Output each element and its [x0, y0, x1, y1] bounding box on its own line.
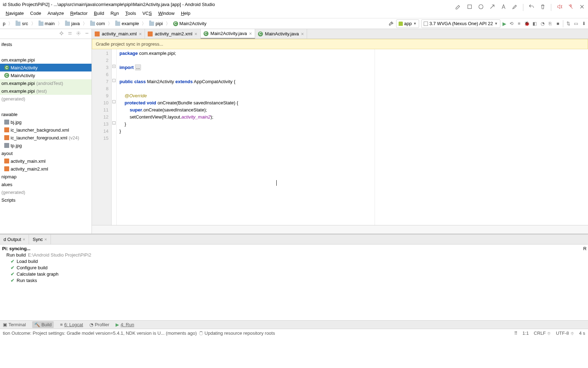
tab-mainactivity[interactable]: CMainActivity.java×	[255, 29, 307, 39]
close-icon[interactable]: ×	[44, 237, 47, 242]
tab-main2activity[interactable]: CMain2Activity.java×	[201, 29, 255, 39]
tree-package-androidtest[interactable]: om.example.pipi (androidTest)	[0, 79, 92, 87]
hammer-icon[interactable]	[388, 21, 394, 27]
tab-build-output[interactable]: d Output×	[0, 235, 29, 244]
tree-activity-main[interactable]: activity_main.xml	[0, 157, 92, 165]
tab-sync[interactable]: Sync×	[29, 235, 51, 244]
menu-navigate[interactable]: Navigate	[3, 10, 27, 17]
check-icon: ✔	[11, 259, 14, 264]
tree-drawable[interactable]: rawable	[0, 110, 92, 118]
fold-collapse-icon[interactable]: -	[112, 79, 116, 82]
tab-activity-main2[interactable]: activity_main2.xml×	[145, 29, 200, 39]
run-icon[interactable]: ▶	[502, 21, 506, 27]
attach-debugger-icon[interactable]: ⎘	[547, 21, 553, 27]
close-icon[interactable]: ×	[23, 237, 25, 242]
highlighter-icon[interactable]	[512, 4, 518, 11]
edit-icon[interactable]	[455, 4, 461, 11]
tree-ic-launcher-fg[interactable]: ic_launcher_foreground.xml (v24)	[0, 134, 92, 142]
file-encoding[interactable]: UTF-8 ≑	[556, 330, 574, 336]
crumb[interactable]: example〉	[114, 21, 148, 27]
apply-code-icon[interactable]: ≡	[516, 21, 522, 27]
tree-main2activity[interactable]: CMain2Activity	[0, 64, 92, 71]
crumb[interactable]: pipi〉	[148, 21, 171, 27]
tree-package[interactable]: om.example.pipi	[0, 56, 92, 64]
tree-tp-jpg[interactable]: tp.jpg	[0, 142, 92, 149]
menu-analyze[interactable]: Analyze	[45, 10, 66, 17]
hide-icon[interactable]	[84, 31, 89, 37]
collapse-icon[interactable]	[67, 31, 72, 37]
close-icon[interactable]: ×	[301, 31, 304, 37]
tw-terminal[interactable]: ▣ Terminal	[3, 322, 26, 327]
caret-position[interactable]: 1:1	[523, 330, 529, 336]
tw-build[interactable]: 🔨 Build	[32, 321, 54, 328]
tab-activity-main[interactable]: activity_main.xml×	[92, 29, 145, 39]
crumb[interactable]: p〉	[1, 21, 14, 27]
apply-changes-icon[interactable]: ⟲	[508, 21, 514, 27]
gear-icon[interactable]	[76, 31, 81, 37]
circle-icon[interactable]	[478, 4, 484, 11]
crumb[interactable]: CMain2Activity	[172, 21, 208, 26]
tw-run[interactable]: ▶ 4: Run	[116, 322, 134, 327]
tree-layout[interactable]: ayout	[0, 149, 92, 157]
code-editor[interactable]: 1236789101112131415 + - - - package com.…	[92, 49, 588, 225]
profiler-icon[interactable]: ◔	[540, 21, 545, 27]
menu-help[interactable]: Help	[178, 10, 193, 17]
line-separator[interactable]: CRLF ≑	[534, 330, 551, 336]
menu-code[interactable]: Code	[27, 10, 44, 17]
close-icon[interactable]: ×	[249, 31, 252, 36]
menu-window[interactable]: Window	[155, 10, 177, 17]
square-icon[interactable]	[466, 4, 473, 11]
tree-manifests[interactable]: ifests	[0, 40, 92, 48]
tree-values[interactable]: alues	[0, 180, 92, 188]
fold-ellipsis[interactable]: ...	[135, 64, 141, 70]
device-dropdown[interactable]: 3.7 WVGA (Nexus One) API 22 ▼	[421, 19, 500, 28]
tree-bj-jpg[interactable]: bj.jpg	[0, 118, 92, 126]
tree-generated2[interactable]: (generated)	[0, 188, 92, 196]
menu-tools[interactable]: Tools	[123, 10, 139, 17]
indent-info[interactable]: 4 s	[579, 330, 585, 336]
sdk-manager-icon[interactable]: ⬇	[581, 21, 587, 27]
avd-manager-icon[interactable]: ▭	[573, 21, 579, 27]
tw-logcat[interactable]: ≡ 6: Logcat	[60, 322, 83, 327]
close-icon[interactable]: ×	[139, 31, 142, 37]
locate-icon[interactable]	[59, 31, 64, 37]
fold-expand-icon[interactable]: +	[112, 65, 116, 68]
coverage-icon[interactable]: ◧	[532, 21, 537, 27]
mic-off-icon[interactable]	[568, 4, 574, 11]
trash-icon[interactable]	[540, 4, 546, 11]
tree-mipmap[interactable]: nipmap	[0, 173, 92, 180]
undo-icon[interactable]	[528, 4, 535, 11]
fold-collapse-icon[interactable]: -	[112, 100, 116, 103]
tree-mainactivity[interactable]: CMainActivity	[0, 71, 92, 79]
stop-icon[interactable]: ■	[555, 21, 561, 27]
tree-scripts[interactable]: Scripts	[0, 196, 92, 204]
divider	[523, 4, 523, 11]
sync-gradle-icon[interactable]: ⇅	[565, 21, 571, 27]
menu-vcs[interactable]: VCS	[140, 10, 155, 17]
fold-column[interactable]: + - - -	[112, 49, 117, 225]
tree-package-test[interactable]: om.example.pipi (test)	[0, 87, 92, 95]
grab-icon[interactable]: ⠿	[514, 330, 518, 336]
tw-profiler[interactable]: ◔ Profiler	[89, 322, 109, 327]
menu-build[interactable]: Build	[91, 10, 107, 17]
close-icon[interactable]: ×	[194, 31, 197, 37]
menu-refactor[interactable]: Refactor	[67, 10, 90, 17]
menu-run[interactable]: Run	[108, 10, 122, 17]
debug-icon[interactable]: 🐞	[524, 21, 530, 27]
crumb[interactable]: com〉	[89, 21, 114, 27]
text-icon[interactable]	[500, 4, 507, 11]
project-tree[interactable]: ifests om.example.pipi CMain2Activity CM…	[0, 39, 92, 204]
crumb[interactable]: java〉	[64, 21, 89, 27]
run-config-dropdown[interactable]: app ▼	[396, 19, 419, 28]
code-lines[interactable]: package com.example.pipi; import ... pub…	[117, 49, 588, 225]
arrow-icon[interactable]	[489, 4, 495, 11]
crumb[interactable]: src〉	[14, 21, 37, 27]
tree-ic-launcher-bg[interactable]: ic_launcher_background.xml	[0, 126, 92, 134]
fold-end-icon[interactable]: -	[112, 121, 116, 125]
tree-activity-main2[interactable]: activity_main2.xml	[0, 165, 92, 173]
close-icon[interactable]	[579, 4, 585, 11]
crumb[interactable]: main〉	[37, 21, 64, 27]
mute-icon[interactable]	[556, 4, 563, 11]
build-output[interactable]: Pi: syncing...R Run build E:\Android Stu…	[0, 245, 588, 320]
tree-generated[interactable]: (generated)	[0, 95, 92, 103]
